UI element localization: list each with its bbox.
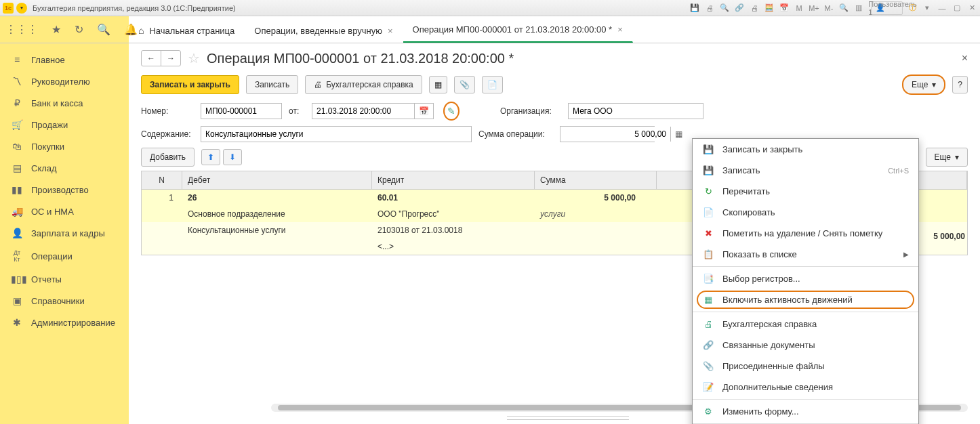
tab-label: Операция МП00-000001 от 21.03.2018 20:00… bbox=[413, 24, 613, 35]
sidebar-item-catalogs[interactable]: ▣Справочники bbox=[0, 290, 129, 312]
calendar-icon[interactable]: 📅 bbox=[779, 3, 790, 14]
preview-icon[interactable]: 🔍 bbox=[719, 3, 730, 14]
add-row-button[interactable]: Добавить bbox=[141, 148, 195, 167]
org-input[interactable] bbox=[568, 103, 703, 119]
move-up-button[interactable]: ⬆ bbox=[201, 149, 220, 165]
list-icon: ≡ bbox=[11, 54, 23, 65]
sidebar-item-salary[interactable]: 👤Зарплата и кадры bbox=[0, 222, 129, 244]
menu-accounting-ref[interactable]: 🖨Бухгалтерская справка bbox=[693, 314, 918, 335]
menu-attached-files[interactable]: 📎Присоединенные файлы bbox=[693, 356, 918, 377]
mplus-btn[interactable]: М+ bbox=[809, 3, 819, 14]
print-icon: 🖨 bbox=[702, 319, 714, 329]
accounting-ref-button[interactable]: 🖨Бухгалтерская справка bbox=[305, 75, 422, 94]
col-credit: Кредит bbox=[372, 171, 535, 189]
help-button[interactable]: ? bbox=[952, 76, 968, 93]
user-button[interactable]: 👤 Пользователь 1 bbox=[871, 1, 903, 15]
sidebar-item-production[interactable]: ▮▮Производство bbox=[0, 179, 129, 200]
sidebar-item-main[interactable]: ≡Главное bbox=[0, 49, 129, 70]
sidebar-item-os-nma[interactable]: 🚚ОС и НМА bbox=[0, 200, 129, 222]
move-down-button[interactable]: ⬇ bbox=[223, 149, 242, 165]
sidebar-item-admin[interactable]: ✱Администрирование bbox=[0, 312, 129, 333]
menu-copy[interactable]: 📄Скопировать bbox=[693, 202, 918, 223]
zoom-icon[interactable]: 🔍 bbox=[838, 3, 849, 14]
menu-show-in-list[interactable]: 📋Показать в списке▶ bbox=[693, 244, 918, 265]
nav-back-icon[interactable]: ← bbox=[142, 51, 161, 66]
save-and-close-button[interactable]: Записать и закрыть bbox=[141, 75, 239, 94]
gear-icon: ⚙ bbox=[702, 406, 714, 417]
menu-additional-info[interactable]: 📝Дополнительные сведения bbox=[693, 377, 918, 398]
calc-icon[interactable]: 🧮 bbox=[764, 3, 775, 14]
grid-more-button[interactable]: Еще ▾ bbox=[926, 148, 968, 167]
menu-choose-registers[interactable]: 📑Выбор регистров... bbox=[693, 268, 918, 289]
link-icon[interactable]: 🔗 bbox=[734, 3, 745, 14]
info-icon[interactable]: ⓘ bbox=[907, 3, 918, 14]
tab-home[interactable]: ⌂ Начальная страница bbox=[129, 18, 245, 43]
print-icon[interactable]: 🖨 bbox=[704, 3, 715, 14]
cell-sum: 5 000,00 bbox=[535, 190, 657, 206]
sidebar-item-warehouse[interactable]: ▤Склад bbox=[0, 157, 129, 179]
sidebar-item-label: Покупки bbox=[31, 142, 64, 152]
tab-operations-manual[interactable]: Операции, введенные вручную × bbox=[245, 19, 403, 43]
menu-enable-activity[interactable]: ▦Включить активность движений bbox=[693, 289, 918, 310]
info-drop-icon[interactable]: ▾ bbox=[922, 3, 933, 14]
app-menu-drop-icon[interactable]: ▾ bbox=[16, 3, 27, 14]
attach-button[interactable]: 📎 bbox=[454, 76, 475, 93]
sidebar-item-manager[interactable]: 〽Руководителю bbox=[0, 70, 129, 92]
calendar-picker-icon[interactable]: 📅 bbox=[414, 104, 433, 119]
close-icon[interactable]: × bbox=[617, 24, 623, 35]
sidebar-item-reports[interactable]: ▮▯▮Отчеты bbox=[0, 268, 129, 290]
panels-icon[interactable]: ▥ bbox=[853, 3, 864, 14]
menu-shortcut: Ctrl+S bbox=[888, 167, 909, 175]
calc-icon[interactable]: ▦ bbox=[670, 127, 687, 142]
maximize-icon[interactable]: ▢ bbox=[952, 3, 962, 14]
main: ← → ☆ Операция МП00-000001 от 21.03.2018… bbox=[129, 43, 980, 424]
history-icon[interactable]: ↻ bbox=[75, 23, 83, 36]
menu-mark-delete[interactable]: ✖Пометить на удаление / Снять пометку bbox=[693, 223, 918, 244]
date-input[interactable] bbox=[312, 104, 414, 119]
menu-label: Записать и закрыть bbox=[722, 144, 909, 154]
minimize-icon[interactable]: — bbox=[937, 3, 947, 14]
menu-label: Изменить форму... bbox=[722, 406, 909, 417]
col-sum: Сумма bbox=[535, 171, 657, 189]
close-icon[interactable]: × bbox=[388, 26, 393, 36]
copy-icon: 📄 bbox=[702, 207, 714, 217]
truck-icon: 🚚 bbox=[11, 206, 23, 217]
home-icon: ⌂ bbox=[138, 25, 144, 36]
m-btn[interactable]: М bbox=[794, 3, 804, 14]
save-icon[interactable]: 💾 bbox=[689, 3, 700, 14]
sidebar-item-label: Справочники bbox=[31, 296, 85, 306]
menu-label: Бухгалтерская справка bbox=[722, 319, 909, 329]
struct-button[interactable]: ▦ bbox=[429, 76, 447, 93]
col-debit: Дебет bbox=[182, 171, 372, 189]
nav-fwd-icon[interactable]: → bbox=[161, 51, 180, 66]
sidebar-item-bank[interactable]: ₽Банк и касса bbox=[0, 92, 129, 114]
number-input[interactable] bbox=[201, 103, 282, 119]
close-window-icon[interactable]: ✕ bbox=[966, 3, 977, 14]
print2-icon[interactable]: 🖨 bbox=[749, 3, 760, 14]
tab-operation-current[interactable]: Операция МП00-000001 от 21.03.2018 20:00… bbox=[403, 18, 633, 43]
favorite-icon[interactable]: ★ bbox=[52, 23, 61, 36]
more-button[interactable]: Еще ▾ bbox=[902, 75, 945, 95]
registers-icon: 📑 bbox=[702, 274, 714, 284]
edit-date-icon[interactable]: ✎ bbox=[447, 106, 455, 116]
menu-linked-docs[interactable]: 🔗Связанные документы bbox=[693, 335, 918, 356]
sidebar-item-label: Производство bbox=[31, 185, 89, 195]
apps-icon[interactable]: ⋮⋮⋮ bbox=[5, 23, 38, 36]
sum-input[interactable] bbox=[560, 127, 670, 142]
sidebar-item-operations[interactable]: ДтКтОперации bbox=[0, 244, 129, 268]
favorite-star-icon[interactable]: ☆ bbox=[188, 50, 200, 66]
save-button[interactable]: Записать bbox=[246, 75, 298, 94]
close-page-icon[interactable]: × bbox=[962, 52, 968, 64]
mminus-btn[interactable]: М- bbox=[823, 3, 834, 14]
save-icon: 💾 bbox=[702, 165, 714, 175]
menu-save-close[interactable]: 💾Записать и закрыть bbox=[693, 139, 918, 160]
search-icon[interactable]: 🔍 bbox=[97, 23, 110, 36]
sidebar-item-purchases[interactable]: 🛍Покупки bbox=[0, 135, 129, 157]
menu-save[interactable]: 💾ЗаписатьCtrl+S bbox=[693, 160, 918, 181]
menu-change-form[interactable]: ⚙Изменить форму... bbox=[693, 401, 918, 422]
notes-button[interactable]: 📄 bbox=[482, 76, 503, 93]
sidebar-item-sales[interactable]: 🛒Продажи bbox=[0, 114, 129, 135]
menu-reread[interactable]: ↻Перечитать bbox=[693, 181, 918, 202]
resize-handle[interactable] bbox=[507, 416, 629, 420]
content-input[interactable] bbox=[201, 126, 472, 142]
